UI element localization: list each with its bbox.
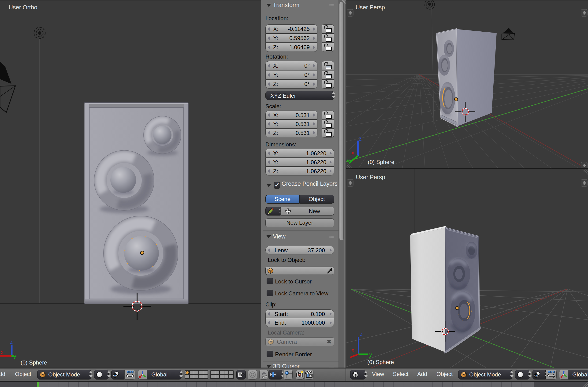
- svg-text:y: y: [13, 352, 16, 359]
- svg-text:z: z: [10, 338, 13, 345]
- svg-text:y: y: [369, 351, 372, 358]
- svg-text:x: x: [0, 349, 3, 356]
- svg-text:x: x: [351, 347, 354, 353]
- svg-text:z: z: [360, 331, 363, 337]
- svg-text:User Persp: User Persp: [356, 174, 385, 180]
- svg-text:x: x: [351, 150, 354, 156]
- svg-text:(0) Sphere: (0) Sphere: [367, 359, 394, 365]
- svg-text:User Ortho: User Ortho: [9, 4, 37, 11]
- svg-text:User Persp: User Persp: [356, 4, 385, 11]
- svg-text:z: z: [359, 135, 362, 142]
- svg-text:(0) Sphere: (0) Sphere: [21, 359, 47, 366]
- svg-text:(0) Sphere: (0) Sphere: [368, 159, 394, 165]
- svg-text:y: y: [347, 157, 350, 163]
